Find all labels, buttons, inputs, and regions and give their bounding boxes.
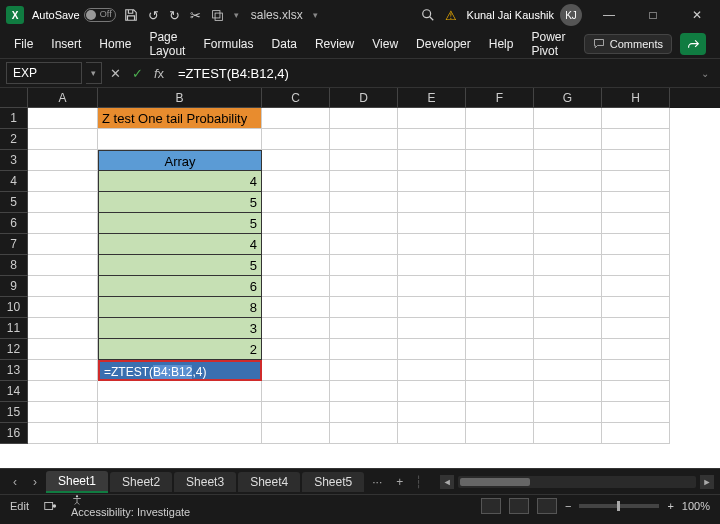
row-header-13[interactable]: 13 <box>0 360 28 381</box>
cell-H3[interactable] <box>602 150 670 171</box>
user-account[interactable]: Kunal Jai Kaushik KJ <box>467 4 582 26</box>
cell-E16[interactable] <box>398 423 466 444</box>
cell-G8[interactable] <box>534 255 602 276</box>
cancel-formula-icon[interactable]: ✕ <box>106 66 124 81</box>
cell-E4[interactable] <box>398 171 466 192</box>
row-header-9[interactable]: 9 <box>0 276 28 297</box>
cell-A6[interactable] <box>28 213 98 234</box>
cell-A8[interactable] <box>28 255 98 276</box>
cell-F11[interactable] <box>466 318 534 339</box>
sheet-nav-next[interactable]: › <box>26 475 44 489</box>
cell-B6[interactable]: 5 <box>98 213 262 234</box>
cell-F15[interactable] <box>466 402 534 423</box>
tab-review[interactable]: Review <box>315 37 354 51</box>
cell-E8[interactable] <box>398 255 466 276</box>
sheet-tab-3[interactable]: Sheet3 <box>174 472 236 492</box>
cell-H9[interactable] <box>602 276 670 297</box>
cell-E2[interactable] <box>398 129 466 150</box>
col-header-G[interactable]: G <box>534 88 602 108</box>
row-header-14[interactable]: 14 <box>0 381 28 402</box>
sheet-nav-prev[interactable]: ‹ <box>6 475 24 489</box>
cell-B15[interactable] <box>98 402 262 423</box>
cell-B11[interactable]: 3 <box>98 318 262 339</box>
row-header-1[interactable]: 1 <box>0 108 28 129</box>
cell-B16[interactable] <box>98 423 262 444</box>
cell-B4[interactable]: 4 <box>98 171 262 192</box>
cell-D7[interactable] <box>330 234 398 255</box>
cell-B3[interactable]: Array <box>98 150 262 171</box>
cell-D4[interactable] <box>330 171 398 192</box>
macro-record-icon[interactable] <box>43 499 57 513</box>
sheet-tab-5[interactable]: Sheet5 <box>302 472 364 492</box>
cell-D6[interactable] <box>330 213 398 234</box>
close-button[interactable]: ✕ <box>680 3 714 27</box>
cell-H7[interactable] <box>602 234 670 255</box>
tab-file[interactable]: File <box>14 37 33 51</box>
cell-C7[interactable] <box>262 234 330 255</box>
cell-C3[interactable] <box>262 150 330 171</box>
cell-A2[interactable] <box>28 129 98 150</box>
cell-F16[interactable] <box>466 423 534 444</box>
row-header-5[interactable]: 5 <box>0 192 28 213</box>
cell-D10[interactable] <box>330 297 398 318</box>
sheet-more-icon[interactable]: ··· <box>366 475 388 489</box>
cell-A13[interactable] <box>28 360 98 381</box>
redo-icon[interactable]: ↻ <box>169 8 180 23</box>
cell-G15[interactable] <box>534 402 602 423</box>
cell-G14[interactable] <box>534 381 602 402</box>
scroll-left-icon[interactable]: ◄ <box>440 475 454 489</box>
cell-A16[interactable] <box>28 423 98 444</box>
col-header-D[interactable]: D <box>330 88 398 108</box>
select-all-corner[interactable] <box>0 88 28 108</box>
cell-A11[interactable] <box>28 318 98 339</box>
row-header-8[interactable]: 8 <box>0 255 28 276</box>
cell-F6[interactable] <box>466 213 534 234</box>
sheet-tab-1[interactable]: Sheet1 <box>46 471 108 493</box>
scroll-thumb[interactable] <box>460 478 530 486</box>
save-icon[interactable] <box>124 8 138 22</box>
cells-area[interactable]: Z test One tail ProbabilityArray45545683… <box>28 108 720 468</box>
sheet-tab-2[interactable]: Sheet2 <box>110 472 172 492</box>
cell-G7[interactable] <box>534 234 602 255</box>
cell-B8[interactable]: 5 <box>98 255 262 276</box>
name-box[interactable]: EXP <box>6 62 82 84</box>
cell-E10[interactable] <box>398 297 466 318</box>
cell-G16[interactable] <box>534 423 602 444</box>
col-header-C[interactable]: C <box>262 88 330 108</box>
cell-D9[interactable] <box>330 276 398 297</box>
maximize-button[interactable]: □ <box>636 3 670 27</box>
cell-C11[interactable] <box>262 318 330 339</box>
row-header-12[interactable]: 12 <box>0 339 28 360</box>
cell-E12[interactable] <box>398 339 466 360</box>
toggle-switch[interactable]: Off <box>84 8 116 22</box>
warning-icon[interactable]: ⚠ <box>445 8 457 23</box>
zoom-out-icon[interactable]: − <box>565 500 571 512</box>
cell-H14[interactable] <box>602 381 670 402</box>
row-header-10[interactable]: 10 <box>0 297 28 318</box>
cell-D15[interactable] <box>330 402 398 423</box>
cell-E7[interactable] <box>398 234 466 255</box>
cell-A12[interactable] <box>28 339 98 360</box>
row-header-3[interactable]: 3 <box>0 150 28 171</box>
cell-G11[interactable] <box>534 318 602 339</box>
cell-G1[interactable] <box>534 108 602 129</box>
cell-H2[interactable] <box>602 129 670 150</box>
tab-data[interactable]: Data <box>272 37 297 51</box>
cell-B12[interactable]: 2 <box>98 339 262 360</box>
scroll-right-icon[interactable]: ► <box>700 475 714 489</box>
zoom-in-icon[interactable]: + <box>667 500 673 512</box>
accessibility-status[interactable]: Accessibility: Investigate <box>71 494 190 518</box>
cell-D11[interactable] <box>330 318 398 339</box>
expand-formula-bar-icon[interactable]: ⌄ <box>696 68 714 79</box>
cell-A9[interactable] <box>28 276 98 297</box>
cell-D16[interactable] <box>330 423 398 444</box>
cell-B2[interactable] <box>98 129 262 150</box>
cell-H8[interactable] <box>602 255 670 276</box>
cell-G10[interactable] <box>534 297 602 318</box>
col-header-F[interactable]: F <box>466 88 534 108</box>
cell-H5[interactable] <box>602 192 670 213</box>
spreadsheet-grid[interactable]: ABCDEFGH 12345678910111213141516 Z test … <box>0 88 720 468</box>
cell-G3[interactable] <box>534 150 602 171</box>
cell-G13[interactable] <box>534 360 602 381</box>
tab-formulas[interactable]: Formulas <box>204 37 254 51</box>
